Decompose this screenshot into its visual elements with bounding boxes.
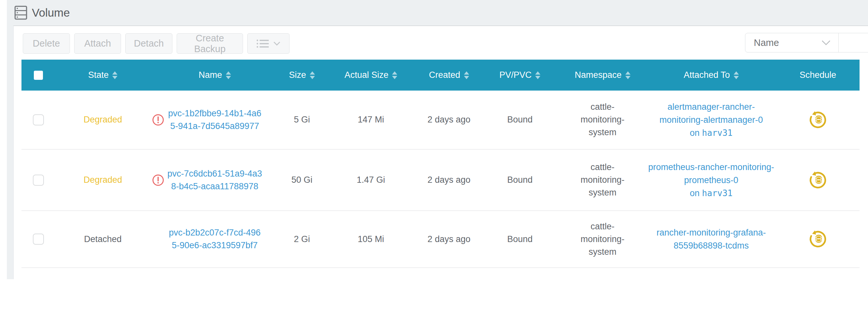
pv-pvc-cell: Bound: [481, 174, 559, 186]
recurring-backup-icon[interactable]: [808, 171, 827, 190]
list-icon: [256, 39, 269, 48]
header-size[interactable]: Size: [279, 70, 325, 80]
row-select-cell: [22, 234, 55, 245]
attached-workload-link[interactable]: prometheus-rancher-monitoring-prometheus…: [648, 162, 774, 185]
attached-to-cell: rancher-monitoring-grafana-8559b68898-tc…: [646, 226, 776, 252]
actual-size-cell: 105 Mi: [325, 233, 417, 246]
state-badge: Degraded: [55, 174, 150, 186]
schedule-cell: [776, 171, 860, 190]
volume-name-link[interactable]: pvc-7c6dcb61-51a9-4a38-b4c5-acaa11788978: [167, 168, 263, 193]
filter-group: Name: [745, 33, 868, 53]
recurring-backup-icon[interactable]: [808, 230, 827, 249]
on-label: on: [690, 188, 700, 198]
header-select-all[interactable]: [22, 71, 55, 80]
page-left-gutter: [7, 25, 13, 279]
namespace-text: cattle-monitoring-system: [574, 220, 631, 258]
sort-icon: [734, 71, 739, 79]
actual-size-cell: 147 Mi: [325, 113, 417, 126]
select-all-checkbox[interactable]: [34, 71, 43, 80]
attach-button[interactable]: Attach: [74, 33, 121, 54]
header-schedule-label: Schedule: [800, 70, 836, 80]
header-state[interactable]: State: [55, 70, 150, 80]
size-cell: 2 Gi: [279, 233, 325, 246]
header-schedule: Schedule: [776, 70, 860, 80]
attached-host: harv31: [702, 188, 733, 198]
pv-pvc-cell: Bound: [481, 113, 559, 126]
warning-icon: [152, 114, 164, 126]
chevron-down-icon: [273, 41, 280, 46]
header-state-label: State: [88, 70, 108, 80]
header-actual-size[interactable]: Actual Size: [325, 70, 417, 80]
sort-icon: [392, 71, 397, 79]
created-cell: 2 days ago: [417, 113, 481, 126]
state-badge: Degraded: [55, 113, 150, 126]
row-checkbox[interactable]: [33, 175, 44, 186]
create-backup-button[interactable]: Create Backup: [177, 33, 243, 54]
state-badge: Detached: [55, 233, 150, 246]
sort-icon: [625, 71, 630, 79]
sort-icon: [226, 71, 231, 79]
name-cell: pvc-7c6dcb61-51a9-4a38-b4c5-acaa11788978: [150, 168, 279, 193]
created-cell: 2 days ago: [417, 233, 481, 246]
page-title: Volume: [14, 4, 70, 21]
name-cell: pvc-1b2fbbe9-14b1-4a65-941a-7d5645a89977: [150, 107, 279, 133]
volume-name-link[interactable]: pvc-b2b2c07c-f7cd-4965-90e6-ac3319597bf7: [167, 226, 263, 252]
delete-button[interactable]: Delete: [23, 33, 70, 54]
filter-field-value: Name: [754, 37, 779, 48]
sort-icon: [535, 71, 540, 79]
more-actions-button[interactable]: [247, 33, 289, 54]
actual-size-cell: 1.47 Gi: [325, 174, 417, 186]
namespace-cell: cattle-monitoring-system: [559, 161, 646, 199]
volume-icon: [14, 5, 27, 20]
schedule-cell: [776, 230, 860, 249]
attached-host: harv31: [702, 128, 733, 138]
volume-name-link[interactable]: pvc-1b2fbbe9-14b1-4a65-941a-7d5645a89977: [167, 107, 263, 133]
volume-page: Volume Delete Attach Detach Create Backu…: [0, 0, 868, 316]
row-checkbox[interactable]: [33, 114, 44, 125]
pv-pvc-cell: Bound: [481, 233, 559, 246]
header-attached-to-label: Attached To: [684, 70, 730, 80]
warning-icon: [152, 174, 164, 186]
volume-name-text: pvc-1b2fbbe9-14b1-4a65-941a-7d5645a89977: [168, 109, 261, 131]
table-row: Degraded pvc-1b2fbbe9-14b1-4a65-941a-7d5…: [22, 91, 860, 150]
namespace-text: cattle-monitoring-system: [574, 100, 631, 139]
namespace-cell: cattle-monitoring-system: [559, 100, 646, 139]
created-cell: 2 days ago: [417, 174, 481, 186]
header-actual-size-label: Actual Size: [344, 70, 389, 80]
name-cell: pvc-b2b2c07c-f7cd-4965-90e6-ac3319597bf7: [150, 226, 279, 252]
attached-to-cell: alertmanager-rancher-monitoring-alertman…: [646, 100, 776, 139]
on-label: on: [690, 128, 700, 138]
page-header-band: [7, 0, 868, 25]
row-select-cell: [22, 114, 55, 125]
schedule-cell: [776, 110, 860, 129]
volume-name-text: pvc-7c6dcb61-51a9-4a38-b4c5-acaa11788978: [167, 169, 262, 191]
header-name-label: Name: [198, 70, 222, 80]
header-created[interactable]: Created: [417, 70, 481, 80]
detach-button[interactable]: Detach: [125, 33, 173, 54]
sort-icon: [310, 71, 315, 79]
filter-field-select[interactable]: Name: [745, 33, 839, 52]
bulk-actions-toolbar: Delete Attach Detach Create Backup: [23, 33, 289, 54]
sort-icon: [112, 71, 118, 79]
attached-workload-highlight: rancher-monitoring-grafana-8559b68898-tc…: [646, 226, 776, 252]
header-namespace[interactable]: Namespace: [559, 70, 646, 80]
page-title-text: Volume: [32, 4, 70, 21]
size-cell: 5 Gi: [279, 113, 325, 126]
header-namespace-label: Namespace: [575, 70, 621, 80]
attached-to-cell: prometheus-rancher-monitoring-prometheus…: [646, 161, 776, 200]
attached-workload-link[interactable]: rancher-monitoring-grafana-8559b68898-tc…: [656, 228, 766, 251]
header-attached-to[interactable]: Attached To: [646, 70, 776, 80]
header-pv-pvc-label: PV/PVC: [499, 70, 532, 80]
search-input[interactable]: [839, 33, 868, 52]
header-pv-pvc[interactable]: PV/PVC: [481, 70, 559, 80]
header-created-label: Created: [429, 70, 460, 80]
table-header-row: State Name Size Actual Size Created PV/P…: [22, 60, 860, 91]
recurring-backup-icon[interactable]: [808, 110, 827, 129]
table-row: Detached pvc-b2b2c07c-f7cd-4965-90e6-ac3…: [22, 211, 860, 268]
header-name[interactable]: Name: [150, 70, 279, 80]
size-cell: 50 Gi: [279, 174, 325, 186]
attached-workload-link[interactable]: alertmanager-rancher-monitoring-alertman…: [659, 102, 763, 125]
namespace-cell: cattle-monitoring-system: [559, 220, 646, 258]
row-checkbox[interactable]: [33, 234, 44, 245]
volume-name-text: pvc-b2b2c07c-f7cd-4965-90e6-ac3319597bf7: [169, 228, 260, 250]
